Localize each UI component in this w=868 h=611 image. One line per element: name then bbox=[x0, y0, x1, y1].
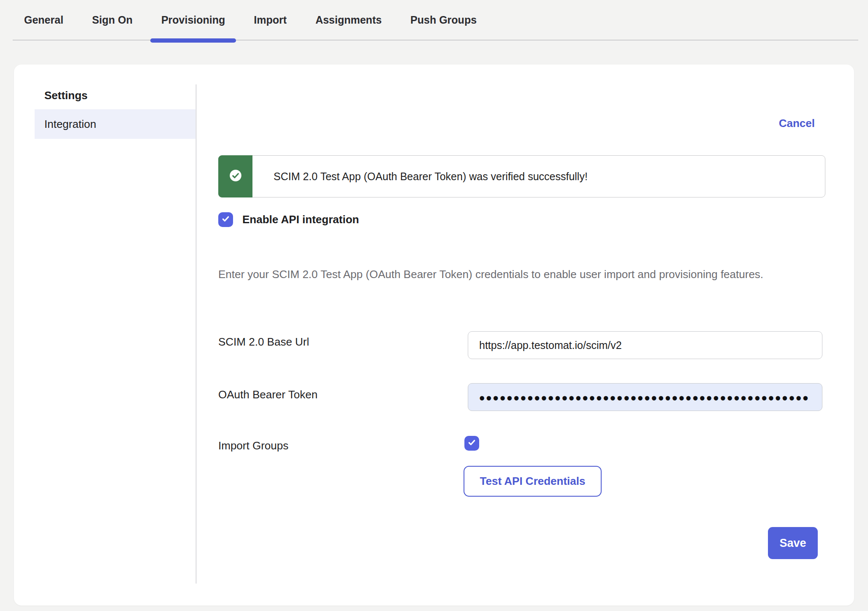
provisioning-page: General Sign On Provisioning Import Assi… bbox=[0, 0, 868, 611]
credentials-description: Enter your SCIM 2.0 Test App (OAuth Bear… bbox=[218, 264, 797, 284]
sidebar-header-settings: Settings bbox=[44, 89, 88, 102]
import-groups-checkbox[interactable] bbox=[464, 436, 479, 451]
tab-general[interactable]: General bbox=[14, 0, 73, 40]
oauth-token-input[interactable] bbox=[468, 383, 822, 411]
oauth-token-label: OAuth Bearer Token bbox=[218, 388, 317, 401]
integration-settings-panel: Cancel SCIM 2.0 Test App (OAuth Bearer T… bbox=[218, 65, 825, 606]
checkmark-icon bbox=[467, 438, 477, 449]
success-alert: SCIM 2.0 Test App (OAuth Bearer Token) w… bbox=[218, 155, 825, 197]
sidebar-item-integration[interactable]: Integration bbox=[35, 109, 195, 139]
scim-base-url-label: SCIM 2.0 Base Url bbox=[218, 335, 309, 349]
alert-message: SCIM 2.0 Test App (OAuth Bearer Token) w… bbox=[252, 156, 588, 197]
app-tab-bar: General Sign On Provisioning Import Assi… bbox=[13, 0, 858, 41]
enable-api-label: Enable API integration bbox=[242, 213, 359, 226]
tab-sign-on[interactable]: Sign On bbox=[82, 0, 143, 40]
scim-base-url-input[interactable] bbox=[468, 331, 822, 359]
tab-import[interactable]: Import bbox=[244, 0, 297, 40]
success-icon-panel bbox=[218, 155, 252, 197]
provisioning-card: Settings Integration Cancel SCIM 2.0 Tes… bbox=[14, 65, 854, 606]
tab-provisioning[interactable]: Provisioning bbox=[151, 0, 235, 40]
import-groups-label: Import Groups bbox=[218, 439, 288, 452]
sidebar-divider bbox=[195, 84, 197, 584]
sidebar-item-label: Integration bbox=[44, 118, 96, 131]
enable-api-checkbox[interactable] bbox=[218, 212, 233, 227]
cancel-button[interactable]: Cancel bbox=[779, 117, 815, 130]
test-api-credentials-button[interactable]: Test API Credentials bbox=[464, 466, 602, 497]
save-button[interactable]: Save bbox=[768, 527, 818, 559]
checkmark-icon bbox=[221, 214, 231, 225]
tab-push-groups[interactable]: Push Groups bbox=[400, 0, 487, 40]
enable-api-row: Enable API integration bbox=[218, 212, 359, 227]
tab-assignments[interactable]: Assignments bbox=[305, 0, 392, 40]
success-check-icon bbox=[229, 169, 242, 184]
